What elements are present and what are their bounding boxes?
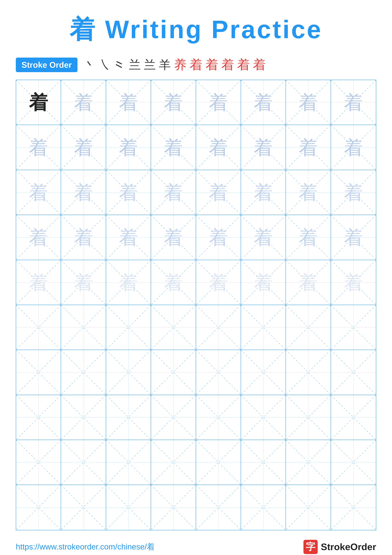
grid-cell[interactable]: 着 <box>61 125 106 170</box>
grid-cell[interactable] <box>106 350 151 395</box>
grid-cell[interactable] <box>106 440 151 485</box>
grid-cell[interactable] <box>286 440 331 485</box>
grid-cell[interactable]: 着 <box>241 125 286 170</box>
grid-cell[interactable] <box>106 395 151 440</box>
grid-cell[interactable] <box>286 350 331 395</box>
grid-cell[interactable] <box>151 305 196 350</box>
svg-line-136 <box>196 440 241 485</box>
grid-cell[interactable] <box>61 350 106 395</box>
grid-cell[interactable]: 着 <box>241 80 286 125</box>
svg-line-157 <box>286 485 330 530</box>
footer-url[interactable]: https://www.strokeorder.com/chinese/着 <box>16 541 155 552</box>
grid-cell[interactable]: 着 <box>61 215 106 260</box>
svg-line-144 <box>16 485 61 530</box>
grid-cell[interactable]: 着 <box>16 170 61 215</box>
grid-cell[interactable] <box>331 305 376 350</box>
grid-cell[interactable] <box>106 305 151 350</box>
grid-cell[interactable]: 着 <box>331 80 376 125</box>
grid-cell[interactable] <box>196 440 241 485</box>
svg-line-85 <box>106 305 151 350</box>
grid-cell[interactable] <box>16 395 61 440</box>
grid-cell[interactable] <box>286 395 331 440</box>
svg-line-158 <box>331 485 376 530</box>
grid-cell[interactable]: 着 <box>331 125 376 170</box>
footer-brand: 字 StrokeOrder <box>303 540 376 554</box>
grid-cell[interactable] <box>196 350 241 395</box>
grid-cell[interactable] <box>331 485 376 530</box>
grid-cell[interactable]: 着 <box>151 125 196 170</box>
grid-cell[interactable]: 着 <box>16 260 61 305</box>
grid-cell[interactable] <box>241 440 286 485</box>
grid-cell[interactable] <box>151 485 196 530</box>
grid-cell[interactable] <box>16 485 61 530</box>
grid-cell[interactable] <box>196 395 241 440</box>
grid-cell[interactable] <box>331 440 376 485</box>
grid-cell[interactable] <box>61 440 106 485</box>
grid-cell[interactable]: 着 <box>61 260 106 305</box>
grid-cell[interactable]: 着 <box>106 260 151 305</box>
grid-cell[interactable] <box>151 440 196 485</box>
stroke-10: 着 <box>221 56 234 73</box>
grid-cell[interactable] <box>196 485 241 530</box>
grid-cell[interactable] <box>151 350 196 395</box>
grid-cell[interactable]: 着 <box>196 260 241 305</box>
grid-cell[interactable] <box>61 395 106 440</box>
svg-line-108 <box>286 350 330 394</box>
grid-cell[interactable]: 着 <box>106 215 151 260</box>
grid-cell[interactable]: 着 <box>331 215 376 260</box>
svg-line-88 <box>196 305 241 350</box>
grid-cell[interactable]: 着 <box>151 80 196 125</box>
grid-cell[interactable] <box>241 350 286 395</box>
grid-cell[interactable]: 着 <box>106 170 151 215</box>
grid-cell[interactable] <box>151 395 196 440</box>
grid-cell[interactable] <box>331 350 376 395</box>
grid-cell[interactable]: 着 <box>106 125 151 170</box>
grid-cell[interactable]: 着 <box>151 260 196 305</box>
svg-line-102 <box>151 350 196 394</box>
grid-cell[interactable]: 着 <box>331 260 376 305</box>
cell-character: 着 <box>119 93 138 112</box>
grid-cell[interactable] <box>241 305 286 350</box>
svg-line-90 <box>241 305 285 350</box>
grid-cell[interactable]: 着 <box>16 215 61 260</box>
cell-character: 着 <box>74 93 93 112</box>
grid-cell[interactable]: 着 <box>331 170 376 215</box>
grid-cell[interactable] <box>61 485 106 530</box>
grid-cell[interactable] <box>61 305 106 350</box>
grid-cell[interactable]: 着 <box>286 170 331 215</box>
grid-cell[interactable]: 着 <box>61 80 106 125</box>
grid-cell[interactable]: 着 <box>16 80 61 125</box>
grid-cell[interactable]: 着 <box>286 80 331 125</box>
stroke-9: 着 <box>206 56 218 73</box>
svg-line-94 <box>331 305 376 350</box>
grid-cell[interactable] <box>241 485 286 530</box>
grid-cell[interactable]: 着 <box>61 170 106 215</box>
grid-cell[interactable] <box>331 395 376 440</box>
grid-cell[interactable]: 着 <box>196 125 241 170</box>
grid-cell[interactable] <box>286 485 331 530</box>
svg-line-86 <box>151 305 196 350</box>
grid-cell[interactable]: 着 <box>196 80 241 125</box>
grid-cell[interactable]: 着 <box>151 215 196 260</box>
grid-cell[interactable]: 着 <box>106 80 151 125</box>
grid-cell[interactable] <box>196 305 241 350</box>
grid-cell[interactable] <box>16 305 61 350</box>
cell-character: 着 <box>29 183 48 202</box>
grid-cell[interactable]: 着 <box>286 125 331 170</box>
grid-cell[interactable]: 着 <box>16 125 61 170</box>
svg-line-114 <box>61 395 106 440</box>
grid-cell[interactable]: 着 <box>151 170 196 215</box>
grid-cell[interactable]: 着 <box>196 170 241 215</box>
grid-cell[interactable] <box>286 305 331 350</box>
grid-cell[interactable] <box>106 485 151 530</box>
grid-cell[interactable]: 着 <box>286 260 331 305</box>
grid-cell[interactable] <box>16 350 61 395</box>
grid-cell[interactable] <box>241 395 286 440</box>
grid-cell[interactable]: 着 <box>286 215 331 260</box>
grid-cell[interactable]: 着 <box>241 215 286 260</box>
grid-cell[interactable] <box>16 440 61 485</box>
grid-cell[interactable]: 着 <box>241 260 286 305</box>
grid-cell[interactable]: 着 <box>196 215 241 260</box>
svg-line-96 <box>16 350 61 394</box>
grid-cell[interactable]: 着 <box>241 170 286 215</box>
